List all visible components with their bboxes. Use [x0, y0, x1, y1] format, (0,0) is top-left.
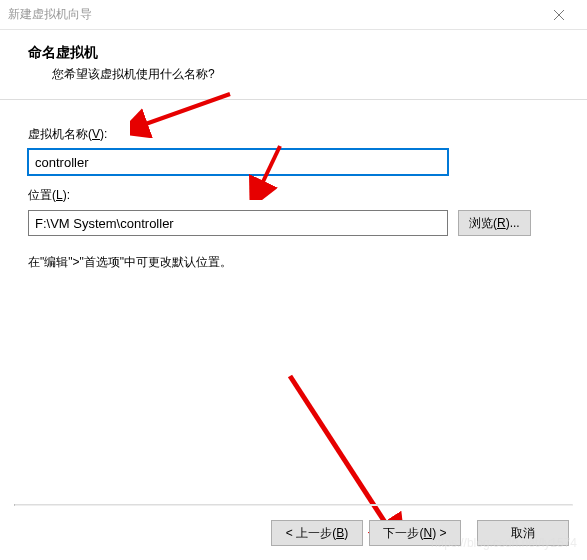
- location-row: 浏览(R)...: [28, 210, 559, 236]
- wizard-content: 虚拟机名称(V): 位置(L): 浏览(R)... 在"编辑">"首选项"中可更…: [0, 100, 587, 271]
- close-icon: [554, 10, 564, 20]
- wizard-header: 命名虚拟机 您希望该虚拟机使用什么名称?: [0, 30, 587, 99]
- page-title: 命名虚拟机: [28, 44, 559, 62]
- default-location-note: 在"编辑">"首选项"中可更改默认位置。: [28, 254, 559, 271]
- annotation-arrow-next: [280, 370, 410, 540]
- watermark: https://blog.csdn.net/ly1574: [431, 536, 577, 550]
- close-button[interactable]: [539, 1, 579, 29]
- svg-line-7: [290, 376, 390, 530]
- location-label: 位置(L):: [28, 187, 559, 204]
- footer-divider: [14, 504, 573, 506]
- location-input[interactable]: [28, 210, 448, 236]
- vm-name-field: 虚拟机名称(V):: [28, 126, 559, 175]
- vm-name-label: 虚拟机名称(V):: [28, 126, 559, 143]
- titlebar: 新建虚拟机向导: [0, 0, 587, 30]
- browse-button[interactable]: 浏览(R)...: [458, 210, 531, 236]
- page-subtitle: 您希望该虚拟机使用什么名称?: [52, 66, 559, 83]
- vm-name-input[interactable]: [28, 149, 448, 175]
- back-button[interactable]: < 上一步(B): [271, 520, 363, 546]
- location-field: 位置(L): 浏览(R)...: [28, 187, 559, 236]
- window-title: 新建虚拟机向导: [8, 6, 539, 23]
